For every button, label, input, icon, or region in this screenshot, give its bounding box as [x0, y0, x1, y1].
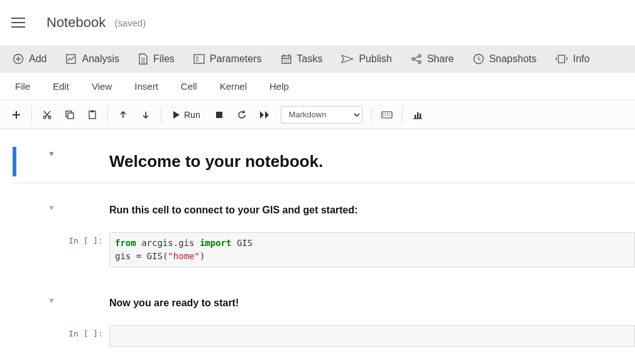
- publish-label: Publish: [359, 53, 391, 65]
- cell-heading: Run this cell to connect to your GIS and…: [109, 202, 635, 218]
- svg-rect-15: [216, 112, 222, 118]
- add-button[interactable]: Add: [6, 50, 53, 68]
- notebook-toolbar: Run Markdown: [0, 100, 635, 129]
- run-button[interactable]: Run: [165, 104, 208, 126]
- keyboard-icon: [381, 111, 393, 119]
- interrupt-button[interactable]: [208, 104, 231, 126]
- separator: [402, 107, 403, 123]
- play-icon: [173, 110, 180, 119]
- share-button[interactable]: Share: [404, 50, 460, 68]
- paste-button[interactable]: [81, 104, 104, 126]
- prompt: [64, 295, 109, 299]
- parameters-icon: [193, 54, 205, 64]
- run-label: Run: [184, 110, 200, 120]
- svg-point-5: [418, 55, 421, 57]
- cell-select-bar: [13, 325, 16, 347]
- stop-icon: [215, 111, 223, 119]
- save-status: (saved): [114, 18, 146, 28]
- restart-button[interactable]: [231, 104, 253, 126]
- collapse-toggle[interactable]: ▼: [48, 203, 59, 212]
- analysis-button[interactable]: Analysis: [59, 50, 126, 68]
- app-header: Notebook (saved): [0, 0, 635, 45]
- files-button[interactable]: Files: [132, 50, 181, 68]
- copy-button[interactable]: [58, 104, 81, 126]
- svg-point-6: [418, 61, 421, 63]
- arrow-down-icon: [141, 110, 150, 119]
- collapse-toggle[interactable]: ▼: [48, 296, 59, 305]
- svg-rect-2: [194, 55, 204, 63]
- restart-run-all-button[interactable]: [253, 104, 276, 126]
- share-label: Share: [427, 53, 454, 65]
- command-palette-button[interactable]: [376, 104, 398, 126]
- code-cell[interactable]: In [ ]: from arcgis.gis import GIS gis =…: [0, 230, 635, 270]
- insert-cell-button[interactable]: [5, 104, 28, 126]
- svg-rect-12: [68, 113, 73, 119]
- menu-cell[interactable]: Cell: [170, 76, 209, 97]
- tasks-icon: [281, 53, 292, 65]
- plus-icon: [12, 110, 21, 119]
- cell-type-select[interactable]: Markdown: [281, 106, 362, 124]
- svg-rect-16: [382, 112, 392, 118]
- analysis-icon: [65, 53, 77, 65]
- separator: [161, 107, 161, 123]
- snapshots-icon: [473, 53, 484, 65]
- cell-select-bar: [13, 232, 16, 267]
- info-label: Info: [573, 53, 590, 65]
- code-input[interactable]: from arcgis.gis import GIS gis = GIS("ho…: [109, 232, 635, 267]
- cell-select-bar: [13, 202, 16, 218]
- scissors-icon: [42, 110, 52, 120]
- svg-rect-14: [91, 110, 94, 112]
- menu-toggle-icon[interactable]: [11, 18, 25, 28]
- parameters-button[interactable]: Parameters: [187, 50, 268, 68]
- input-prompt: In [ ]:: [64, 325, 109, 338]
- fast-forward-icon: [259, 110, 269, 119]
- cell-select-bar: [13, 147, 16, 176]
- svg-point-9: [43, 116, 46, 119]
- move-down-button[interactable]: [134, 104, 157, 126]
- separator: [31, 107, 32, 123]
- code-input[interactable]: [109, 325, 635, 347]
- cut-button[interactable]: [36, 104, 58, 126]
- menu-view[interactable]: View: [80, 76, 123, 97]
- arrow-up-icon: [119, 110, 128, 119]
- chart-button[interactable]: [406, 104, 429, 126]
- markdown-cell[interactable]: ▼ Run this cell to connect to your GIS a…: [0, 200, 635, 221]
- code-cell[interactable]: In [ ]:: [0, 323, 635, 350]
- parameters-label: Parameters: [210, 53, 262, 65]
- chart-icon: [413, 110, 423, 119]
- add-icon: [13, 53, 24, 65]
- cell-heading: Now you are ready to start!: [109, 295, 635, 311]
- prompt: [64, 147, 109, 151]
- svg-rect-8: [558, 55, 565, 63]
- menu-insert[interactable]: Insert: [123, 76, 170, 97]
- collapse-toggle[interactable]: ▼: [48, 149, 59, 158]
- menu-edit[interactable]: Edit: [41, 76, 80, 97]
- paste-icon: [87, 110, 97, 120]
- svg-rect-18: [417, 112, 419, 119]
- tasks-button[interactable]: Tasks: [274, 50, 329, 68]
- markdown-cell[interactable]: ▼ Now you are ready to start!: [0, 292, 635, 314]
- app-toolbar: Add Analysis Files Parameters Tasks Publ…: [0, 45, 635, 73]
- menu-help[interactable]: Help: [258, 76, 300, 97]
- input-prompt: In [ ]:: [64, 232, 109, 245]
- separator: [107, 107, 108, 123]
- separator: [371, 107, 372, 123]
- copy-icon: [65, 110, 75, 120]
- snapshots-button[interactable]: Snapshots: [467, 50, 543, 68]
- publish-icon: [341, 55, 354, 63]
- files-label: Files: [153, 53, 175, 65]
- restart-icon: [237, 110, 247, 120]
- publish-button[interactable]: Publish: [335, 50, 398, 68]
- cell-select-bar: [13, 295, 16, 311]
- svg-point-10: [48, 116, 51, 119]
- share-icon: [411, 53, 422, 65]
- menu-file[interactable]: File: [4, 76, 41, 97]
- menu-kernel[interactable]: Kernel: [209, 76, 258, 97]
- menubar: File Edit View Insert Cell Kernel Help: [0, 73, 635, 100]
- markdown-cell[interactable]: ▼ Welcome to your notebook.: [0, 144, 635, 179]
- svg-rect-17: [415, 115, 416, 119]
- move-up-button[interactable]: [112, 104, 134, 126]
- svg-point-4: [412, 58, 415, 60]
- cell-heading: Welcome to your notebook.: [109, 147, 635, 176]
- info-button[interactable]: Info: [549, 50, 596, 68]
